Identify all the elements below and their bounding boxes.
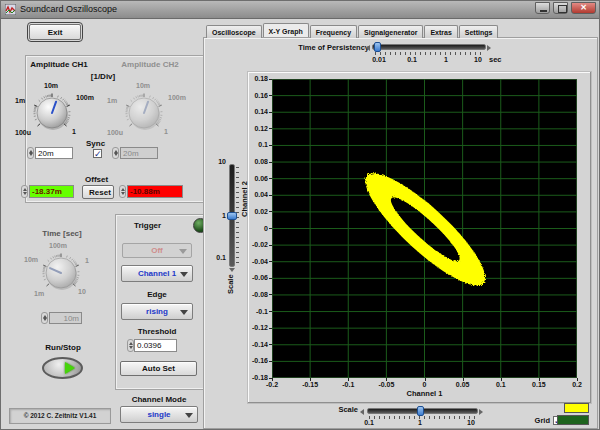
run-stop-button[interactable] bbox=[42, 357, 83, 379]
bottom-scale-tick: 1 bbox=[415, 419, 425, 427]
y-tick-mark bbox=[269, 95, 272, 96]
channel-mode-value: single bbox=[147, 410, 170, 419]
x-tick-label: 0 bbox=[413, 381, 437, 389]
knob-scale-label: 1m bbox=[34, 290, 44, 298]
x-tick-mark bbox=[272, 378, 273, 381]
y-tick-label: 0.16 bbox=[248, 92, 268, 100]
knob-face bbox=[122, 91, 166, 135]
spinner[interactable] bbox=[27, 147, 34, 159]
persistency-tick: 0.1 bbox=[404, 56, 420, 64]
knob-scale-label: 1 bbox=[164, 128, 168, 136]
persistency-slider-track[interactable] bbox=[372, 44, 486, 50]
channel-mode-label: Channel Mode bbox=[120, 395, 198, 404]
spinner[interactable] bbox=[112, 147, 119, 159]
persistency-tick: 1 bbox=[441, 56, 451, 64]
grid-label: Grid bbox=[530, 417, 550, 425]
trace-color-swatch[interactable] bbox=[564, 403, 589, 413]
spinner[interactable] bbox=[41, 312, 48, 324]
threshold-value[interactable]: 0.0396 bbox=[134, 339, 177, 352]
slider-left-arrow[interactable] bbox=[366, 45, 370, 51]
knob-scale-label: 1m bbox=[15, 97, 25, 105]
amplitude-ch1-value[interactable]: 20m bbox=[35, 147, 73, 159]
x-tick-label: -0.05 bbox=[374, 381, 398, 389]
x-tick-label: -0.1 bbox=[336, 381, 360, 389]
x-tick-mark bbox=[463, 378, 464, 381]
minimize-button[interactable] bbox=[535, 2, 550, 14]
time-title: Time [sec] bbox=[39, 229, 85, 238]
persistency-label: Time of Persistency bbox=[291, 44, 369, 52]
time-knob[interactable] bbox=[39, 251, 83, 295]
grid-color-swatch[interactable] bbox=[557, 415, 589, 425]
time-value[interactable]: 10m bbox=[49, 312, 82, 324]
tab-extras[interactable]: Extras bbox=[424, 25, 457, 38]
knob-scale-label: 100m bbox=[76, 94, 94, 102]
maximize-icon bbox=[558, 5, 567, 13]
y-tick-label: -0.02 bbox=[248, 241, 268, 249]
x-tick-label: -0.2 bbox=[260, 381, 284, 389]
x-tick-mark bbox=[310, 378, 311, 381]
x-tick-label: 0.05 bbox=[451, 381, 475, 389]
x-tick-label: 0.2 bbox=[565, 381, 589, 389]
bottom-scale-slider-thumb[interactable] bbox=[417, 406, 424, 416]
titlebar[interactable]: Soundcard Oszilloscope ✕ bbox=[1, 1, 599, 19]
amplitude-ch1-knob[interactable] bbox=[30, 91, 74, 135]
y-tick-label: -0.06 bbox=[248, 274, 268, 282]
tab-xy-graph[interactable]: X-Y Graph bbox=[263, 23, 309, 37]
knob-scale-label: 100u bbox=[107, 129, 123, 137]
close-button[interactable]: ✕ bbox=[571, 2, 596, 14]
amplitude-ch2-knob[interactable] bbox=[122, 91, 166, 135]
knob-face bbox=[30, 91, 74, 135]
sync-checkbox[interactable]: ✓ bbox=[93, 149, 102, 158]
trigger-mode-dropdown[interactable]: Off bbox=[122, 243, 192, 258]
amplitude-ch2-value[interactable]: 20m bbox=[120, 147, 158, 159]
left-scale-slider-thumb[interactable] bbox=[227, 212, 237, 220]
x-tick-mark bbox=[386, 378, 387, 381]
persistency-slider-thumb[interactable] bbox=[374, 42, 381, 52]
x-tick-mark bbox=[348, 378, 349, 381]
spinner[interactable] bbox=[127, 339, 134, 352]
y-tick-label: -0.16 bbox=[248, 357, 268, 365]
tab-oscilloscope[interactable]: Oscilloscope bbox=[206, 25, 262, 38]
channel-mode-dropdown[interactable]: single bbox=[120, 406, 198, 423]
y-tick-mark bbox=[269, 128, 272, 129]
tab-frequency[interactable]: Frequency bbox=[310, 25, 357, 38]
knob-scale-label: 10 bbox=[78, 288, 86, 296]
y-tick-mark bbox=[269, 328, 272, 329]
trigger-title: Trigger bbox=[134, 221, 161, 230]
knob-scale-label: 1m bbox=[107, 97, 117, 105]
slider-right-arrow[interactable] bbox=[487, 45, 491, 51]
spinner[interactable] bbox=[119, 185, 126, 198]
slider-left-arrow[interactable] bbox=[360, 409, 364, 415]
y-tick-mark bbox=[269, 112, 272, 113]
x-tick-mark bbox=[577, 378, 578, 381]
slider-down-arrow[interactable] bbox=[229, 268, 235, 272]
y-tick-mark bbox=[269, 294, 272, 295]
y-tick-mark bbox=[269, 245, 272, 246]
y-tick-label: 0.06 bbox=[248, 175, 268, 183]
x-tick-label: 0.15 bbox=[527, 381, 551, 389]
knob-scale-label: 10m bbox=[24, 256, 38, 264]
reset-button[interactable]: Reset bbox=[82, 185, 114, 199]
edge-value: rising bbox=[146, 307, 168, 316]
trigger-source-dropdown[interactable]: Channel 1 bbox=[121, 265, 193, 282]
y-tick-mark bbox=[269, 79, 272, 80]
x-tick-mark bbox=[501, 378, 502, 381]
y-tick-label: 0.08 bbox=[248, 158, 268, 166]
persistency-tick: 10 bbox=[471, 56, 485, 64]
knob-scale-label: 1 bbox=[72, 128, 76, 136]
offset-ch1-value[interactable]: -18.37m bbox=[29, 185, 74, 198]
maximize-button[interactable] bbox=[553, 2, 568, 14]
y-tick-mark bbox=[269, 145, 272, 146]
left-scale-label: Scale bbox=[227, 274, 235, 294]
app-icon bbox=[5, 4, 16, 15]
exit-button[interactable]: Exit bbox=[29, 24, 81, 40]
tab-settings[interactable]: Settings bbox=[459, 25, 499, 38]
offset-ch2-value[interactable]: -10.88m bbox=[127, 185, 183, 198]
y-tick-label: -0.08 bbox=[248, 291, 268, 299]
edge-dropdown[interactable]: rising bbox=[121, 303, 193, 320]
spinner[interactable] bbox=[21, 185, 28, 198]
auto-set-button[interactable]: Auto Set bbox=[120, 361, 197, 376]
slider-right-arrow[interactable] bbox=[479, 409, 483, 415]
knob-scale-label: 10m bbox=[44, 82, 58, 90]
tab-signalgenerator[interactable]: Signalgenerator bbox=[358, 25, 423, 38]
